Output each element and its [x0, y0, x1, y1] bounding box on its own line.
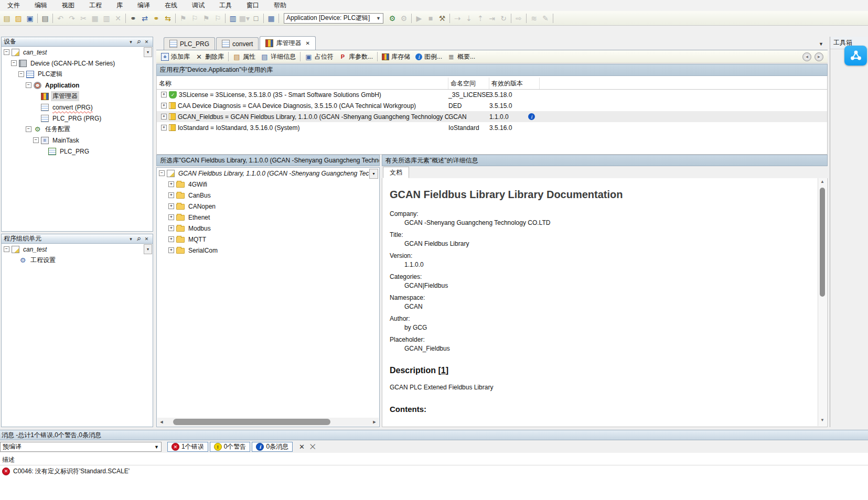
placeholder-button[interactable]: 占位符 [305, 52, 334, 61]
vertical-scrollbar[interactable]: ▲ ▼ [818, 178, 827, 426]
tree-expander-icon[interactable]: + [168, 225, 174, 231]
step-into-icon[interactable]: ⇣ [463, 13, 475, 24]
menu-item-project[interactable]: 工程 [82, 0, 109, 11]
tree-expander-icon[interactable]: − [4, 246, 9, 252]
menu-item-file[interactable]: 文件 [0, 0, 27, 11]
description-column-header[interactable]: 描述 [0, 455, 868, 465]
library-params-button[interactable]: 库参数... [339, 52, 373, 61]
login-icon[interactable]: ⚙ [387, 13, 398, 24]
library-folder-item[interactable]: +4GWifi [157, 179, 379, 190]
scroll-left-icon[interactable]: ◄ [157, 419, 166, 425]
save-icon[interactable]: ▣ [24, 13, 36, 24]
devices-tree-item[interactable]: PLC_PRG (PRG) [2, 113, 153, 124]
replace-in-project-icon[interactable]: ⇆ [162, 13, 174, 24]
scrollbar-thumb[interactable] [820, 188, 825, 297]
menu-item-view[interactable]: 视图 [55, 0, 82, 11]
devices-tree-item[interactable]: −PLC逻辑 [2, 69, 153, 80]
warnings-filter-button[interactable]: !0个警告 [210, 442, 251, 452]
paste-special-icon[interactable]: ▥ [227, 13, 239, 24]
errors-filter-button[interactable]: ✕1个错误 [167, 442, 208, 452]
pou-tree-item[interactable]: 工程设置 [2, 255, 153, 266]
tree-expander-icon[interactable]: − [18, 71, 24, 77]
description-ref-link[interactable]: 1 [441, 366, 446, 375]
undo-icon[interactable]: ↶ [55, 13, 66, 24]
message-category-combo[interactable]: 预编译▼ [0, 442, 162, 452]
new-window-icon[interactable]: □ [250, 13, 262, 24]
previous-bookmark-icon[interactable]: ⚐ [189, 13, 200, 24]
tree-expander-icon[interactable]: − [26, 126, 31, 132]
messages-filter-button[interactable]: i0条消息 [252, 442, 293, 452]
row-expander-icon[interactable]: + [161, 92, 167, 97]
info-icon[interactable]: i [528, 113, 535, 120]
tab-库管理器[interactable]: 库管理器✕ [260, 36, 315, 50]
reset-icon[interactable]: ↻ [498, 13, 509, 24]
back-icon[interactable]: ◄ [802, 52, 811, 61]
devices-view-dropdown[interactable]: ▾ [144, 47, 152, 57]
delete-library-button[interactable]: 删除库 [195, 52, 224, 61]
menu-item-online[interactable]: 在线 [157, 0, 185, 11]
tree-expander-icon[interactable]: + [168, 192, 174, 198]
legend-button[interactable]: 图例... [415, 52, 442, 61]
devices-tree-item[interactable]: 库管理器 [2, 91, 153, 102]
properties-button[interactable]: 属性 [233, 52, 255, 61]
open-project-icon[interactable]: ▨ [13, 13, 24, 24]
horizontal-scrollbar[interactable]: ◄ ► [157, 418, 379, 426]
tree-expander-icon[interactable]: − [4, 49, 9, 55]
devices-tree-item[interactable]: −Device (GCAN-PLC-M Series) [2, 58, 153, 69]
delete-icon[interactable]: ✕ [112, 13, 124, 24]
column-version[interactable]: 有效的版本 [489, 78, 540, 89]
find-icon[interactable]: ⚭ [127, 13, 139, 24]
library-folder-item[interactable]: +Ethenet [157, 212, 379, 223]
active-application-combo[interactable]: Application [Device: PLC逻辑]▼ [284, 13, 383, 24]
selected-library-root[interactable]: −GCAN Fieldbus Library, 1.1.0.0 (GCAN -S… [157, 168, 379, 179]
scroll-right-icon[interactable]: ► [370, 419, 379, 425]
forward-icon[interactable]: ► [815, 52, 823, 61]
pou-tree-item[interactable]: −can_test [2, 244, 153, 255]
library-row[interactable]: +3SLicense = 3SLicense, 3.5.18.0 (3S - S… [157, 89, 827, 100]
next-bookmark-icon[interactable]: ⚑ [200, 13, 212, 24]
tree-expander-icon[interactable]: − [159, 170, 165, 176]
find-in-project-icon[interactable]: ⚭ [151, 13, 162, 24]
scroll-up-icon[interactable]: ▲ [818, 179, 827, 187]
edit-display-icon[interactable]: ✎ [540, 13, 551, 24]
row-expander-icon[interactable]: + [161, 114, 167, 119]
library-repository-button[interactable]: 库存储 [382, 52, 410, 61]
devices-tree-item[interactable]: convert (PRG) [2, 102, 153, 113]
advance-icon[interactable]: ⇨ [513, 13, 524, 24]
library-folder-item[interactable]: +CanBus [157, 190, 379, 201]
library-row[interactable]: +GCAN_Fieldbus = GCAN Fieldbus Library, … [157, 111, 827, 122]
run-to-cursor-icon[interactable]: ⇥ [486, 13, 498, 24]
library-row[interactable]: +CAA Device Diagnosis = CAA Device Diagn… [157, 100, 827, 111]
toggle-bookmark-icon[interactable]: ⚑ [177, 13, 189, 24]
logout-icon[interactable]: ⚙ [398, 13, 410, 24]
menu-item-help[interactable]: 帮助 [266, 0, 294, 11]
tree-expander-icon[interactable]: − [33, 137, 39, 143]
clear-all-messages-icon[interactable]: ⨉ [310, 443, 315, 451]
flow-control-icon[interactable]: ≋ [528, 13, 540, 24]
copy-icon[interactable]: ▦ [89, 13, 101, 24]
stop-icon[interactable]: ■ [425, 13, 436, 24]
start-icon[interactable]: ▶ [413, 13, 425, 24]
row-expander-icon[interactable]: + [161, 125, 167, 131]
column-name[interactable]: 名称 [157, 78, 448, 89]
menu-item-library[interactable]: 库 [109, 0, 130, 11]
library-folder-item[interactable]: +Modbus [157, 223, 379, 234]
cut-icon[interactable]: ✂ [78, 13, 89, 24]
menu-item-tools[interactable]: 工具 [212, 0, 239, 11]
step-out-icon[interactable]: ⇡ [475, 13, 486, 24]
menu-item-build[interactable]: 编译 [130, 0, 157, 11]
tree-expander-icon[interactable]: − [26, 82, 31, 88]
devices-tree-item[interactable]: −任务配置 [2, 124, 153, 135]
tree-expander-icon[interactable]: + [168, 236, 174, 242]
pou-view-dropdown[interactable]: ▾ [144, 244, 152, 254]
scrollbar-thumb[interactable] [173, 419, 330, 425]
summary-button[interactable]: 概要... [447, 52, 475, 61]
library-row[interactable]: +IoStandard = IoStandard, 3.5.16.0 (Syst… [157, 122, 827, 133]
scroll-down-icon[interactable]: ▼ [818, 418, 827, 425]
tab-documentation[interactable]: 文档 [383, 167, 409, 178]
clear-messages-icon[interactable]: ✕ [299, 443, 305, 451]
tree-expander-icon[interactable]: + [168, 247, 174, 253]
error-message-row[interactable]: ✕C0046: 没有定义标识符'Standard.SCALE' [0, 466, 868, 476]
build-icon[interactable]: ▦ [265, 13, 277, 24]
redo-icon[interactable]: ↷ [66, 13, 78, 24]
